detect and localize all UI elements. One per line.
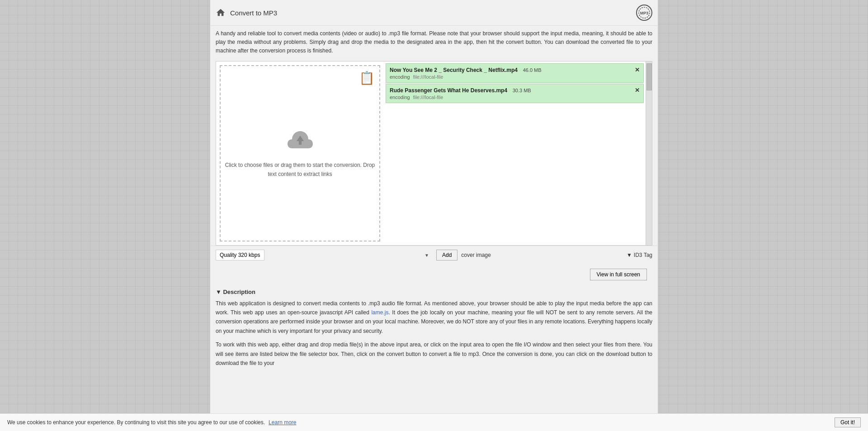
page-title: Convert to MP3: [230, 9, 277, 17]
cookie-bar: We use cookies to enhance your experienc…: [0, 413, 868, 431]
quality-select-wrapper: Quality 320 kbps Quality 256 kbps Qualit…: [216, 250, 433, 260]
description-paragraph-1: This web application is designed to conv…: [216, 299, 652, 336]
file-close-button[interactable]: ✕: [635, 87, 640, 94]
drop-zone[interactable]: 📋 Click to choose files or drag them to …: [220, 65, 380, 242]
cookie-text: We use cookies to enhance your experienc…: [7, 419, 265, 426]
upload-cloud-icon: [287, 128, 314, 156]
converter-area: 📋 Click to choose files or drag them to …: [216, 61, 652, 246]
home-icon[interactable]: [216, 8, 226, 18]
description-body: This web application is designed to conv…: [216, 299, 652, 368]
file-name: Rude Passenger Gets What He Deserves.mp4: [390, 87, 507, 94]
file-close-button[interactable]: ✕: [635, 66, 640, 73]
file-name: Now You See Me 2 _ Security Check _ Netf…: [390, 67, 518, 73]
file-size: 30.3 MB: [513, 88, 531, 93]
drop-zone-text: Click to choose files or drag them to st…: [221, 161, 379, 178]
add-cover-button[interactable]: Add: [436, 250, 458, 260]
scrollbar[interactable]: [646, 62, 652, 245]
header: Convert to MP3 MP3: [210, 0, 658, 26]
file-path: file:///local-file: [413, 95, 443, 100]
toolbar: Quality 320 kbps Quality 256 kbps Qualit…: [210, 246, 658, 264]
files-panel: Now You See Me 2 _ Security Check _ Netf…: [384, 62, 646, 245]
quality-select[interactable]: Quality 320 kbps Quality 256 kbps Qualit…: [216, 250, 264, 260]
file-item: Rude Passenger Gets What He Deserves.mp4…: [386, 84, 644, 103]
id3-tag-label: ID3 Tag: [634, 252, 652, 258]
description-section: ▼ Description This web application is de…: [216, 289, 652, 368]
lame-js-link[interactable]: lame.js: [371, 309, 388, 316]
mp3-logo: MP3: [636, 5, 652, 21]
fullscreen-button[interactable]: View in full screen: [590, 269, 647, 280]
fullscreen-row: View in full screen: [210, 264, 658, 285]
file-encoding: encoding file:///local-file: [390, 95, 640, 100]
description-paragraph-2: To work with this web app, either drag a…: [216, 340, 652, 368]
description-header[interactable]: ▼ Description: [216, 289, 652, 295]
scrollbar-thumb[interactable]: [646, 63, 652, 90]
file-path: file:///local-file: [413, 74, 443, 80]
cover-image-label: cover image: [461, 252, 491, 258]
learn-more-link[interactable]: Learn more: [269, 419, 296, 426]
svg-rect-4: [299, 140, 302, 145]
file-size: 46.0 MB: [523, 67, 542, 73]
clipboard-icon: 📋: [359, 71, 375, 85]
got-it-button[interactable]: Got it!: [835, 417, 861, 427]
file-item: Now You See Me 2 _ Security Check _ Netf…: [386, 63, 644, 83]
top-description: A handy and reliable tool to convert med…: [210, 26, 658, 61]
svg-text:MP3: MP3: [640, 11, 649, 15]
id3-tag-toggle[interactable]: ▼ ID3 Tag: [627, 252, 652, 258]
id3-tag-chevron: ▼: [627, 252, 632, 258]
file-encoding: encoding file:///local-file: [390, 74, 640, 80]
